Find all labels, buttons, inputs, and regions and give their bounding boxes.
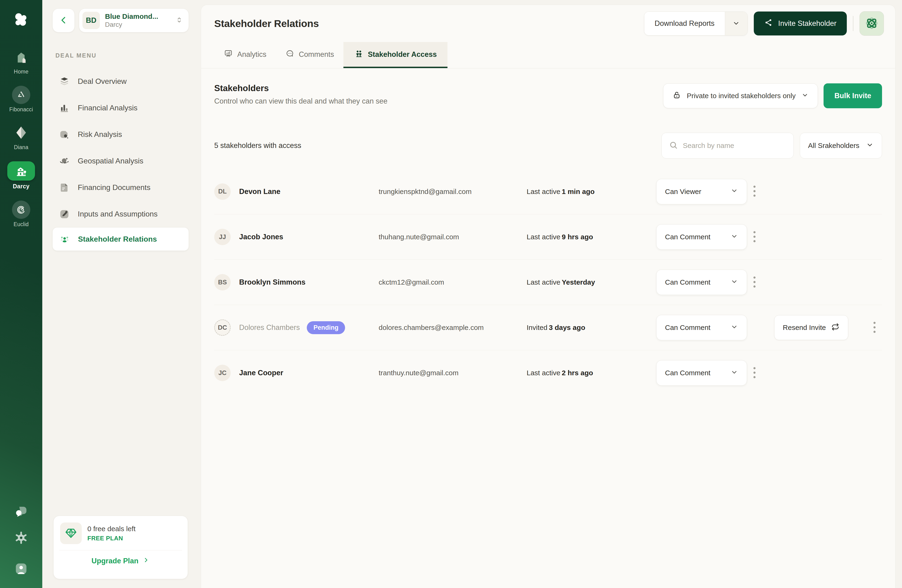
bulk-invite-button[interactable]: Bulk Invite [824,83,882,108]
permission-label: Can Comment [665,233,710,241]
chevron-down-icon [730,278,738,287]
divider [853,16,853,31]
permission-label: Can Comment [665,324,710,332]
gear-icon[interactable] [14,531,28,545]
menu-item-risk-analysis[interactable]: Risk Analysis [52,121,189,148]
permission-dropdown[interactable]: Can Comment [656,224,747,250]
workspace-selector[interactable]: BD Blue Diamond... Darcy [79,8,189,33]
permission-dropdown[interactable]: Can Comment [656,315,747,340]
permission-label: Can Viewer [665,188,702,195]
page-header: Stakeholder Relations Download Reports I… [201,5,895,42]
menu-item-label: Geospatial Analysis [78,156,143,165]
rail-item-darcy[interactable]: Darcy [0,161,42,190]
stakeholder-email: ckctm12@gmail.com [379,278,527,286]
menu-item-label: Financial Analysis [78,103,138,112]
menu-item-label: Inputs and Assumptions [78,210,158,218]
avatar: JJ [214,229,231,245]
download-reports-button[interactable]: Download Reports [644,12,725,35]
plan-card: 0 free deals left FREE PLAN Upgrade Plan [53,516,188,579]
chevron-down-icon [866,141,874,150]
app-logo-icon [0,10,42,31]
menu-item-label: Stakeholder Relations [78,235,157,244]
tab-stakeholder-access[interactable]: Stakeholder Access [343,42,448,68]
stakeholder-row: JC Jane Cooper Pending tranthuy.nute@gma… [214,350,882,396]
rail-item-diana[interactable]: Diana [0,124,42,150]
row-menu-button[interactable] [747,181,762,202]
stakeholder-email: dolores.chambers@example.com [379,324,527,332]
tab-label: Stakeholder Access [368,50,437,59]
stakeholder-name: Jacob Jones [239,233,283,241]
deal-menu: Deal Overview Financial Analysis Risk An… [52,68,189,251]
chevron-down-icon [730,187,738,196]
stakeholder-name: Devon Lane [239,188,280,196]
menu-item-stakeholder-relations[interactable]: Stakeholder Relations [52,227,189,251]
stakeholder-filter-dropdown[interactable]: All Srakeholders [800,133,882,158]
workspace-rail: Home Fibonacci Diana Darcy [0,0,42,588]
deals-left-text: 0 free deals left [88,525,136,533]
share-icon [764,18,773,29]
permission-dropdown[interactable]: Can Viewer [656,179,747,204]
tab-comments[interactable]: Comments [276,42,343,68]
search-box[interactable] [661,133,794,158]
row-menu-button[interactable] [867,317,882,338]
download-reports-caret-button[interactable] [725,12,747,35]
invite-stakeholder-button[interactable]: Invite Stakeholder [754,11,847,36]
menu-item-financial-analysis[interactable]: Financial Analysis [52,95,189,121]
permission-dropdown[interactable]: Can Comment [656,270,747,295]
row-menu-button[interactable] [747,226,762,247]
stakeholder-activity: Last active9 hrs ago [527,233,656,241]
upgrade-plan-button[interactable]: Upgrade Plan [60,557,181,565]
search-input[interactable] [683,142,786,150]
section-title: Stakeholders [214,83,388,93]
row-menu-button[interactable] [747,362,762,383]
arrow-right-icon [143,557,150,565]
euclid-icon [12,200,30,219]
kebab-icon [873,321,876,334]
resend-invite-label: Resend Invite [783,324,826,332]
status-badge: Pending [307,321,345,334]
back-button[interactable] [52,8,75,33]
kebab-icon [753,185,756,198]
menu-item-inputs-assumptions[interactable]: Inputs and Assumptions [52,201,189,227]
menu-item-geospatial-analysis[interactable]: Geospatial Analysis [52,148,189,174]
globe-orbit-icon [59,156,70,166]
stakeholder-row: BS Brooklyn Simmons Pending ckctm12@gmai… [214,260,882,305]
profile-icon[interactable] [14,562,28,576]
privacy-dropdown[interactable]: Private to invited stakeholders only [663,83,818,108]
menu-item-financing-documents[interactable]: Financing Documents [52,174,189,201]
permission-label: Can Comment [665,369,710,377]
menu-item-label: Risk Analysis [78,130,122,139]
stakeholder-activity: Invited3 days ago [527,324,656,332]
menu-item-deal-overview[interactable]: Deal Overview [52,68,189,95]
avatar: DC [214,319,231,336]
home-icon [12,48,30,66]
layers-icon [59,76,70,87]
rail-item-euclid[interactable]: Euclid [0,200,42,228]
row-menu-button[interactable] [747,272,762,293]
permission-dropdown[interactable]: Can Comment [656,360,747,386]
stakeholder-access-icon [354,49,363,60]
stakeholder-row: JJ Jacob Jones Pending thuhang.nute@gmai… [214,214,882,260]
rail-bottom [0,504,42,576]
resend-invite-button[interactable]: Resend Invite [774,315,848,340]
risk-blob-icon [59,129,70,140]
stakeholder-row: DL Devon Lane Pending trungkienspktnd@ga… [214,169,882,214]
rail-item-label: Home [14,69,29,75]
stakeholder-activity: Last active1 min ago [527,188,656,195]
workspace-subtitle: Darcy [105,21,170,28]
deal-sidebar: BD Blue Diamond... Darcy DEAL MENU Deal … [42,0,201,588]
ai-assistant-button[interactable] [860,11,884,36]
invite-stakeholder-label: Invite Stakeholder [778,19,836,28]
chat-icon[interactable] [14,504,28,519]
gem-icon [60,522,82,544]
chevron-down-icon [730,368,738,378]
atom-icon [864,16,879,31]
rail-item-fibonacci[interactable]: Fibonacci [0,86,42,113]
tab-analytics[interactable]: Analytics [214,42,276,68]
rail-item-home[interactable]: Home [0,48,42,75]
stakeholder-activity: Last activeYesterday [527,278,656,286]
workspace-list: Home Fibonacci Diana Darcy [0,48,42,228]
stakeholder-activity: Last active2 hrs ago [527,369,656,377]
deal-menu-label: DEAL MENU [55,52,97,59]
repeat-icon [831,323,839,333]
